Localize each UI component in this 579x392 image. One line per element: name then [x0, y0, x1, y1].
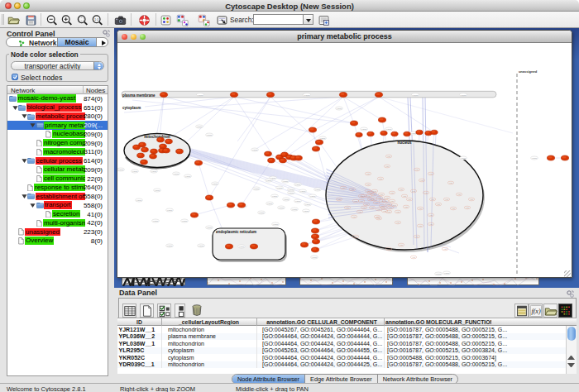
svg-text:Yxxxx: Yxxxx — [167, 209, 173, 212]
svg-text:Yxxxx: Yxxxx — [151, 170, 157, 173]
svg-text:Yxxxx: Yxxxx — [320, 137, 326, 140]
svg-text:Yxxxx: Yxxxx — [136, 199, 142, 202]
svg-text:Yxxxx: Yxxxx — [305, 203, 311, 206]
svg-text:Yxxxx: Yxxxx — [182, 220, 188, 222]
svg-text:Yxxxx: Yxxxx — [272, 195, 278, 198]
svg-text:Yxxxx: Yxxxx — [304, 94, 310, 97]
svg-text:unassigned: unassigned — [519, 69, 538, 74]
svg-text:Yxxxx: Yxxxx — [277, 187, 283, 189]
svg-text:Yxxxx: Yxxxx — [361, 128, 367, 131]
svg-text:Yxxxx: Yxxxx — [289, 189, 294, 191]
svg-text:Yxxxx: Yxxxx — [266, 179, 272, 182]
svg-text:Yxxxx: Yxxxx — [198, 94, 203, 97]
svg-text:Yxxxx: Yxxxx — [199, 245, 204, 247]
svg-text:Yxxxx: Yxxxx — [207, 227, 213, 229]
svg-text:plasma membrane: plasma membrane — [122, 93, 156, 98]
svg-text:f(x): f(x) — [531, 308, 540, 315]
svg-text:Yxxxx: Yxxxx — [532, 157, 538, 160]
svg-text:Yxxxx: Yxxxx — [310, 195, 316, 198]
svg-text:Yxxxx: Yxxxx — [444, 272, 450, 275]
svg-text:Yxxxx: Yxxxx — [461, 157, 467, 160]
svg-text:Yxxxx: Yxxxx — [239, 246, 245, 248]
svg-text:Yxxxx: Yxxxx — [461, 94, 467, 97]
svg-text:cytoplasm: cytoplasm — [122, 106, 141, 110]
svg-text:Yxxxx: Yxxxx — [185, 175, 191, 178]
svg-text:Yxxxx: Yxxxx — [312, 256, 318, 259]
svg-text:1:1: 1:1 — [94, 17, 98, 21]
svg-text:Yxxxx: Yxxxx — [295, 200, 301, 203]
svg-text:Yxxxx: Yxxxx — [252, 149, 258, 151]
svg-text:Yxxxx: Yxxxx — [279, 207, 285, 209]
svg-text:Yxxxx: Yxxxx — [197, 126, 203, 128]
svg-text:Yxx: Yxx — [443, 248, 447, 250]
svg-text:Yxxxx: Yxxxx — [174, 173, 179, 175]
svg-text:Yxxxx: Yxxxx — [283, 180, 289, 183]
svg-text:nucleus: nucleus — [397, 141, 412, 145]
svg-text:Yxxxx: Yxxxx — [132, 170, 138, 173]
svg-text:Yxxxx: Yxxxx — [167, 245, 173, 247]
svg-text:Yxxxx: Yxxxx — [304, 210, 309, 213]
svg-text:Yxxxx: Yxxxx — [284, 198, 290, 201]
svg-text:Yxxxx: Yxxxx — [413, 94, 419, 97]
svg-text:Yxxxx: Yxxxx — [259, 212, 265, 214]
svg-text:Yxxxx: Yxxxx — [300, 190, 306, 193]
svg-text:Yxxxx: Yxxxx — [386, 128, 392, 131]
svg-text:Yxxxx: Yxxxx — [207, 134, 213, 136]
svg-text:Yxx: Yxx — [412, 256, 416, 258]
svg-text:Yxxxx: Yxxxx — [273, 223, 279, 226]
svg-text:Yxxxx: Yxxxx — [315, 189, 321, 191]
svg-text:Yxxxx: Yxxxx — [289, 192, 294, 194]
svg-text:Yxxxx: Yxxxx — [118, 169, 124, 171]
svg-text:Yxxxx: Yxxxx — [337, 108, 342, 110]
svg-text:Yxxxx: Yxxxx — [153, 220, 159, 222]
svg-text:Yxxxx: Yxxxx — [213, 183, 218, 185]
svg-text:Yxxxx: Yxxxx — [295, 184, 301, 186]
svg-text:Yxxxx: Yxxxx — [155, 189, 160, 192]
svg-text:Yxxxx: Yxxxx — [270, 177, 276, 179]
svg-text:Yxxxx: Yxxxx — [292, 208, 298, 211]
svg-text:endoplasmic reticulum: endoplasmic reticulum — [216, 230, 256, 234]
svg-text:Yxxxx: Yxxxx — [254, 188, 260, 190]
svg-text:Yxxxx: Yxxxx — [267, 203, 273, 205]
svg-text:Yxxxx: Yxxxx — [436, 273, 442, 275]
